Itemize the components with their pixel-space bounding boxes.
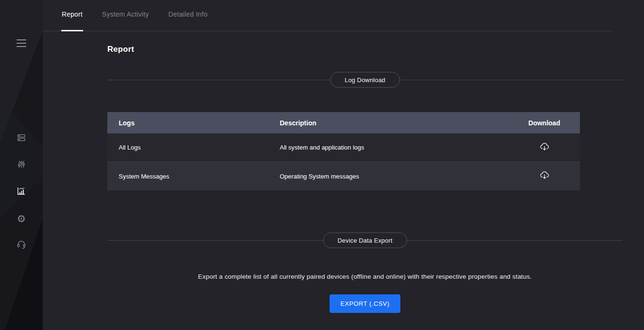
device-export-section-button[interactable]: Device Data Export: [323, 233, 407, 248]
page-title: Report: [107, 45, 623, 54]
content: Report Log Download Logs Description Dow…: [43, 45, 644, 313]
sliders-icon: [16, 159, 27, 171]
log-description: Operating System messages: [268, 173, 509, 180]
sidebar-nav: ⚙: [0, 133, 43, 251]
log-name: System Messages: [107, 173, 268, 180]
table-row: System Messages Operating System message…: [107, 162, 580, 190]
tab-system-activity[interactable]: System Activity: [102, 10, 150, 31]
table-row: All Logs All system and application logs: [107, 133, 580, 162]
gear-icon: ⚙: [17, 214, 26, 224]
sidebar-item-settings-tune[interactable]: [12, 160, 31, 171]
log-download-section-divider: Log Download: [107, 72, 623, 87]
logs-table-header: Logs Description Download: [107, 112, 580, 133]
sidebar-item-support[interactable]: [12, 239, 31, 251]
sidebar-item-devices[interactable]: [12, 133, 31, 144]
download-button[interactable]: [537, 141, 551, 155]
log-description: All system and application logs: [268, 144, 509, 151]
tab-report[interactable]: Report: [61, 10, 83, 31]
column-header-logs: Logs: [107, 119, 268, 127]
sidebar-item-settings[interactable]: ⚙: [12, 213, 31, 224]
cloud-download-icon: [540, 142, 549, 153]
server-icon: [16, 132, 27, 145]
log-download-section-button[interactable]: Log Download: [330, 72, 400, 88]
device-export-section-divider: Device Data Export: [107, 233, 623, 248]
export-csv-button[interactable]: EXPORT (.CSV): [330, 294, 400, 313]
export-description: Export a complete list of all currently …: [107, 273, 623, 280]
sidebar: ⚙: [0, 0, 43, 330]
chart-icon: [16, 186, 27, 198]
main-area: Report System Activity Detailed Info Rep…: [43, 0, 644, 330]
tabs-bar: Report System Activity Detailed Info: [43, 0, 613, 31]
hamburger-menu-button[interactable]: [0, 37, 43, 51]
headset-icon: [16, 239, 27, 251]
cloud-download-icon: [540, 170, 549, 182]
sidebar-item-reports[interactable]: [12, 186, 31, 198]
tab-detailed-info[interactable]: Detailed Info: [168, 10, 208, 31]
download-button[interactable]: [537, 169, 551, 183]
column-header-download: Download: [509, 119, 580, 127]
log-name: All Logs: [107, 144, 268, 151]
logs-table: Logs Description Download All Logs All s…: [107, 112, 580, 190]
hamburger-icon: [16, 39, 27, 49]
column-header-description: Description: [268, 119, 509, 127]
